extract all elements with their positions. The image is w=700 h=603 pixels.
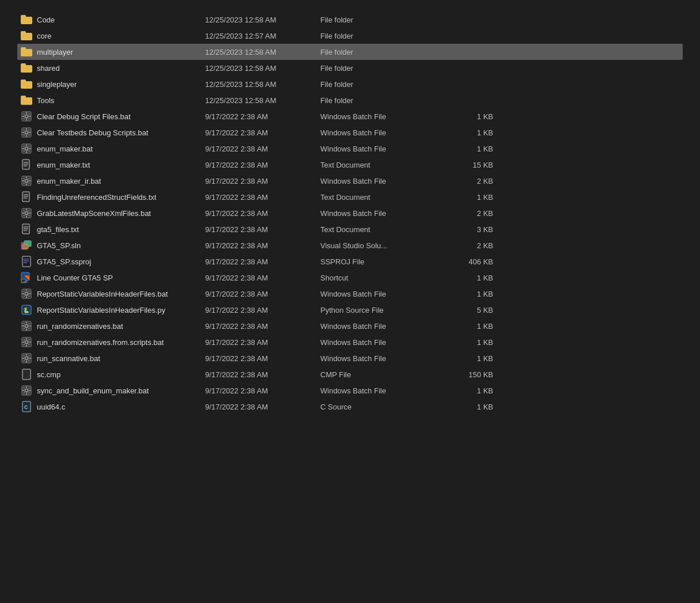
file-name-cell: sync_and_build_enum_maker.bat [21,385,205,396]
file-type: File folder [320,80,447,89]
svg-rect-36 [26,177,27,179]
svg-rect-13 [26,135,27,137]
file-size: 1 KB [447,145,493,153]
file-name: Tools [37,96,54,105]
file-size: 1 KB [447,338,493,347]
file-date: 9/17/2022 2:38 AM [205,241,320,250]
file-name-cell: shared [21,63,205,73]
file-size: 1 KB [447,274,493,282]
file-type: Windows Batch File [320,145,447,153]
file-row[interactable]: 🐍 ReportStaticVariablesInHeaderFiles.py … [17,302,683,318]
file-row[interactable]: enum_maker.bat 9/17/2022 2:38 AM Windows… [17,141,683,157]
svg-rect-98 [26,345,27,347]
file-row[interactable]: GTA5_SP.sln 9/17/2022 2:38 AM Visual Stu… [17,237,683,253]
file-type: CMP File [320,370,447,379]
file-name-cell: Clear Testbeds Debug Scripts.bat [21,127,205,138]
file-row[interactable]: GrabLatestMapSceneXmlFiles.bat 9/17/2022… [17,205,683,221]
file-type: Windows Batch File [320,290,447,298]
file-name: FindingUnreferencedStructFields.txt [37,193,156,202]
file-list: Code 12/25/2023 12:58 AM File folder cor… [17,12,683,415]
file-row[interactable]: run_randomizenatives.bat 9/17/2022 2:38 … [17,318,683,334]
svg-rect-39 [29,180,31,181]
bat-icon [21,175,32,187]
file-name: uuid64.c [37,403,65,411]
file-row[interactable]: enum_maker_ir.bat 9/17/2022 2:38 AM Wind… [17,173,683,189]
file-row[interactable]: GTA5_SP.ssproj 9/17/2022 2:38 AM SSPROJ … [17,253,683,270]
file-size: 2 KB [447,209,493,218]
file-row[interactable]: core 12/25/2023 12:57 AM File folder [17,28,683,44]
file-name-cell: Tools [21,96,205,105]
file-row[interactable]: multiplayer 12/25/2023 12:58 AM File fol… [17,44,683,60]
file-row[interactable]: Clear Testbeds Debug Scripts.bat 9/17/20… [17,124,683,141]
file-row[interactable]: FindingUnreferencedStructFields.txt 9/17… [17,189,683,205]
file-name: run_randomizenatives.from.scripts.bat [37,338,164,347]
file-name-cell: GTA5_SP.sln [21,240,205,251]
file-date: 12/25/2023 12:58 AM [205,16,320,24]
svg-rect-50 [26,209,27,211]
file-row[interactable]: Tools 12/25/2023 12:58 AM File folder [17,92,683,108]
file-name: multiplayer [37,48,73,56]
bat-icon [21,336,32,348]
file-name: core [37,32,51,40]
ssproj-icon [21,256,32,267]
file-row[interactable]: enum_maker.txt 9/17/2022 2:38 AM Text Do… [17,157,683,173]
file-type: Windows Batch File [320,386,447,395]
file-size: 2 KB [447,177,493,185]
file-name-cell: ReportStaticVariablesInHeaderFiles.bat [21,288,205,299]
file-date: 9/17/2022 2:38 AM [205,209,320,218]
file-name: run_scannative.bat [37,354,100,363]
file-type: File folder [320,16,447,24]
svg-rect-15 [29,132,31,133]
file-row[interactable]: ReportStaticVariablesInHeaderFiles.bat 9… [17,286,683,302]
folder-icon [21,15,32,24]
file-type: C Source [320,403,447,411]
svg-rect-12 [26,128,27,130]
file-name-cell: core [21,31,205,40]
file-row[interactable]: LNK Line Counter GTA5 SP 9/17/2022 2:38 … [17,270,683,286]
file-type: Text Document [320,193,447,202]
file-row[interactable]: Clear Debug Script Files.bat 9/17/2022 2… [17,108,683,124]
svg-rect-14 [22,132,24,133]
svg-rect-88 [26,329,27,331]
svg-rect-25 [29,148,31,149]
py-icon: 🐍 [21,304,32,316]
file-type: Visual Studio Solu... [320,241,447,250]
file-name: enum_maker_ir.bat [37,177,101,185]
file-name-cell: enum_maker_ir.bat [21,175,205,187]
file-date: 9/17/2022 2:38 AM [205,177,320,185]
svg-rect-4 [22,116,24,117]
file-type: Text Document [320,161,447,169]
svg-rect-23 [26,151,27,153]
file-date: 9/17/2022 2:38 AM [205,145,320,153]
file-row[interactable]: shared 12/25/2023 12:58 AM File folder [17,60,683,76]
file-row[interactable]: gta5_files.txt 9/17/2022 2:38 AM Text Do… [17,221,683,237]
file-row[interactable]: C uuid64.c 9/17/2022 2:38 AM C Source 1 … [17,399,683,415]
file-row[interactable]: sc.cmp 9/17/2022 2:38 AM CMP File 150 KB [17,366,683,382]
file-row[interactable]: run_scannative.bat 9/17/2022 2:38 AM Win… [17,350,683,366]
file-row[interactable]: run_randomizenatives.from.scripts.bat 9/… [17,334,683,350]
file-name-cell: LNK Line Counter GTA5 SP [21,272,205,283]
svg-rect-115 [22,369,31,380]
svg-rect-87 [26,322,27,324]
file-name: enum_maker.bat [37,145,93,153]
svg-rect-89 [22,325,24,327]
folder-icon [21,79,32,89]
bat-icon [21,288,32,299]
file-name: Clear Testbeds Debug Scripts.bat [37,128,148,137]
file-date: 9/17/2022 2:38 AM [205,225,320,234]
bat-icon [21,143,32,154]
file-date: 12/25/2023 12:58 AM [205,64,320,73]
svg-text:🐍: 🐍 [23,307,30,314]
svg-rect-65 [22,256,31,267]
file-row[interactable]: Code 12/25/2023 12:58 AM File folder [17,12,683,28]
file-date: 9/17/2022 2:38 AM [205,403,320,411]
file-row[interactable]: singleplayer 12/25/2023 12:58 AM File fo… [17,76,683,92]
file-date: 9/17/2022 2:38 AM [205,306,320,314]
file-name-cell: run_scannative.bat [21,352,205,364]
file-size: 1 KB [447,290,493,298]
svg-rect-97 [26,338,27,340]
file-name: run_randomizenatives.bat [37,322,123,331]
file-row[interactable]: sync_and_build_enum_maker.bat 9/17/2022 … [17,382,683,399]
svg-rect-90 [29,325,31,327]
svg-rect-77 [22,293,24,294]
